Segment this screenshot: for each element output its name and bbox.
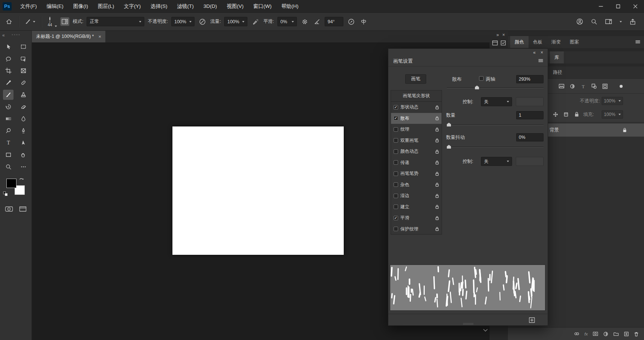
lock-icon[interactable] bbox=[435, 172, 439, 176]
control1-select[interactable]: 关 bbox=[481, 97, 512, 106]
menu-select[interactable]: 选择(S) bbox=[146, 0, 172, 12]
dodge-tool-button[interactable] bbox=[3, 126, 13, 136]
count-value-field[interactable]: 1 bbox=[516, 111, 544, 119]
list-item-noise[interactable]: 杂色 bbox=[391, 179, 442, 191]
hand-tool-button[interactable] bbox=[18, 150, 28, 160]
search-icon[interactable] bbox=[590, 17, 599, 26]
collapse-tools-icon[interactable]: « bbox=[2, 33, 5, 38]
lock-position-icon[interactable] bbox=[553, 112, 558, 117]
flow-select[interactable]: 100% bbox=[224, 17, 247, 26]
link-layers-icon[interactable] bbox=[574, 331, 580, 336]
tab-libraries[interactable]: 库 bbox=[550, 51, 564, 63]
menu-window[interactable]: 窗口(W) bbox=[249, 0, 277, 12]
tab-patterns[interactable]: 图案 bbox=[565, 36, 584, 48]
airbrush-icon[interactable] bbox=[251, 17, 260, 26]
type-tool-button[interactable]: T bbox=[3, 138, 13, 148]
lock-icon[interactable] bbox=[435, 116, 439, 120]
blur-tool-button[interactable] bbox=[18, 114, 28, 124]
lock-icon[interactable] bbox=[435, 160, 439, 165]
smoothing-options-gear-icon[interactable] bbox=[300, 17, 309, 26]
collapsed-panel-icon-2[interactable] bbox=[500, 40, 506, 46]
menu-file[interactable]: 文件(F) bbox=[15, 0, 42, 12]
tab-color[interactable]: 颜色 bbox=[510, 36, 529, 48]
brush-tool-button[interactable] bbox=[3, 90, 13, 100]
panel-menu-icon[interactable] bbox=[635, 39, 641, 44]
checkbox[interactable] bbox=[394, 205, 398, 209]
brushes-button[interactable]: 画笔 bbox=[405, 74, 426, 84]
lasso-tool-button[interactable] bbox=[3, 54, 13, 64]
list-item-smoothing[interactable]: ✓ 平滑 bbox=[391, 212, 442, 224]
object-selection-tool-button[interactable] bbox=[18, 54, 28, 64]
checkbox[interactable] bbox=[394, 127, 398, 132]
slider-thumb[interactable] bbox=[447, 145, 451, 149]
gradient-tool-button[interactable] bbox=[3, 114, 13, 124]
layer-filter-type-icon[interactable]: T bbox=[580, 83, 586, 89]
list-item-build-up[interactable]: 建立 bbox=[391, 202, 442, 213]
new-group-icon[interactable] bbox=[613, 331, 619, 336]
zoom-tool-button[interactable] bbox=[3, 162, 13, 172]
menu-help[interactable]: 帮助(H) bbox=[276, 0, 303, 12]
delete-layer-icon[interactable] bbox=[634, 331, 639, 337]
tool-preset-brush-icon[interactable] bbox=[24, 17, 36, 26]
swap-colors-icon[interactable] bbox=[19, 177, 25, 182]
account-icon[interactable] bbox=[575, 17, 584, 26]
lock-icon[interactable] bbox=[435, 227, 439, 231]
list-item-wet-edges[interactable]: 湿边 bbox=[391, 190, 442, 202]
lock-icon[interactable] bbox=[435, 194, 439, 198]
collapsed-panel-icon-1[interactable] bbox=[492, 40, 498, 46]
list-item-texture[interactable]: 纹理 bbox=[391, 124, 442, 135]
tab-swatches[interactable]: 色板 bbox=[529, 36, 547, 48]
clone-stamp-tool-button[interactable] bbox=[18, 90, 28, 100]
close-panel-group-icon[interactable]: × bbox=[502, 33, 505, 37]
list-item-protect-texture[interactable]: 保护纹理 bbox=[391, 224, 442, 235]
brush-tip-shape-item[interactable]: 画笔笔尖形状 bbox=[391, 90, 442, 102]
list-item-brush-pose[interactable]: 画笔笔势 bbox=[391, 168, 442, 179]
checkbox[interactable] bbox=[394, 138, 398, 143]
workspace-switcher-icon[interactable] bbox=[604, 17, 613, 26]
checkbox[interactable] bbox=[394, 172, 398, 176]
more-tools-button[interactable] bbox=[18, 162, 28, 172]
lock-icon[interactable] bbox=[435, 127, 439, 132]
checkbox[interactable]: ✓ bbox=[394, 116, 398, 120]
lock-icon[interactable] bbox=[435, 205, 439, 209]
brush-angle-field[interactable]: 94° bbox=[325, 17, 343, 26]
menu-view[interactable]: 视图(V) bbox=[222, 0, 249, 12]
marquee-tool-button[interactable] bbox=[18, 42, 28, 52]
panel-scroll-down-icon[interactable] bbox=[483, 329, 488, 332]
checkbox[interactable]: ✓ bbox=[394, 216, 398, 220]
layer-filter-image-icon[interactable] bbox=[559, 83, 565, 89]
layer-opacity-field[interactable]: 100% bbox=[602, 97, 623, 105]
screen-mode-button[interactable] bbox=[19, 206, 27, 212]
list-item-transfer[interactable]: 传递 bbox=[391, 157, 442, 168]
brush-picker[interactable]: 44 bbox=[46, 16, 57, 27]
expand-panels-icon[interactable]: » bbox=[496, 33, 499, 37]
close-document-icon[interactable]: × bbox=[98, 34, 101, 39]
checkbox[interactable] bbox=[394, 160, 398, 165]
list-item-scattering[interactable]: ✓ 散布 bbox=[391, 113, 442, 124]
layer-filter-adjustment-icon[interactable] bbox=[569, 83, 575, 89]
frame-tool-button[interactable] bbox=[18, 66, 28, 76]
panel-resize-grip[interactable] bbox=[463, 323, 473, 325]
toggle-brush-settings-panel-button[interactable] bbox=[60, 17, 69, 26]
layer-locked-icon[interactable] bbox=[623, 128, 627, 132]
quick-mask-button[interactable] bbox=[5, 206, 13, 212]
chevron-down-icon[interactable] bbox=[619, 20, 623, 24]
path-selection-tool-button[interactable] bbox=[18, 138, 28, 148]
slider-thumb[interactable] bbox=[447, 123, 451, 126]
layer-filter-toggle[interactable] bbox=[619, 84, 623, 88]
lock-artboard-icon[interactable] bbox=[563, 112, 569, 117]
tools-drag-handle[interactable] bbox=[12, 34, 20, 35]
pen-tool-button[interactable] bbox=[18, 126, 28, 136]
foreground-color-swatch[interactable] bbox=[6, 179, 16, 188]
scatter-slider[interactable] bbox=[447, 85, 544, 90]
checkbox[interactable] bbox=[394, 149, 398, 154]
new-brush-button[interactable] bbox=[529, 317, 536, 323]
checkbox[interactable] bbox=[394, 194, 398, 198]
minimize-button[interactable] bbox=[592, 0, 610, 12]
healing-brush-tool-button[interactable] bbox=[18, 78, 28, 88]
canvas-document[interactable] bbox=[172, 126, 344, 255]
menu-edit[interactable]: 编辑(E) bbox=[42, 0, 68, 12]
layer-fill-field[interactable]: 100% bbox=[602, 110, 623, 119]
checkbox[interactable]: ✓ bbox=[394, 105, 398, 110]
lock-all-icon[interactable] bbox=[574, 111, 579, 117]
